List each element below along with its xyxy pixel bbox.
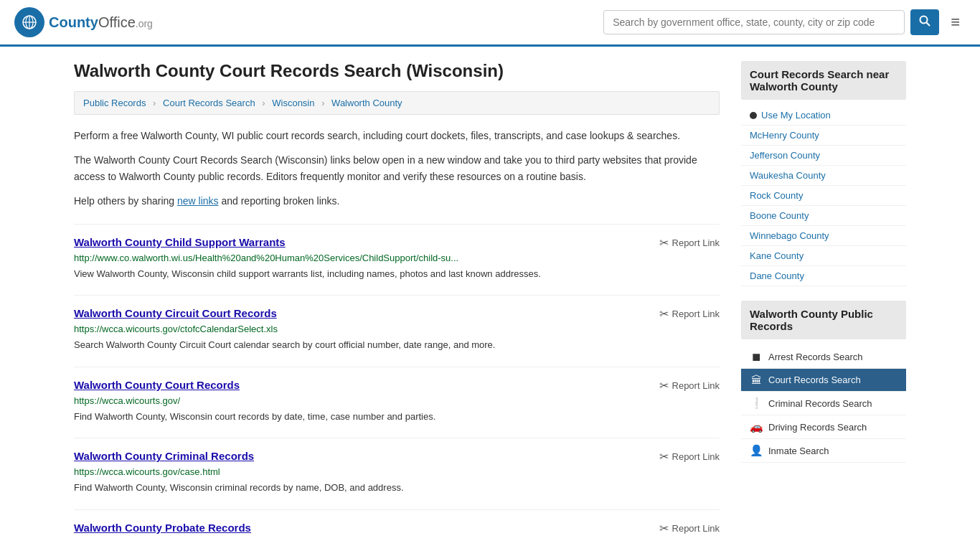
report-icon-1: ✂ [659,307,669,321]
breadcrumb-sep-1: › [153,98,156,108]
search-button[interactable] [910,9,939,35]
result-title-0[interactable]: Walworth County Child Support Warrants [74,236,286,248]
search-container: ≡ [603,9,966,35]
breadcrumb-walworth-county[interactable]: Walworth County [331,98,402,108]
sidebar-record-item-2[interactable]: ❕ Criminal Records Search [741,392,906,415]
result-url-1: https://wcca.wicourts.gov/ctofcCalendarS… [74,324,720,334]
description-3: Help others by sharing new links and rep… [74,193,720,209]
report-icon-2: ✂ [659,379,669,392]
menu-button[interactable]: ≡ [945,10,966,34]
result-item: Walworth County Court Records ✂ Report L… [74,367,720,424]
result-header: Walworth County Court Records ✂ Report L… [74,379,720,392]
sidebar-record-item-3[interactable]: 🚗 Driving Records Search [741,415,906,439]
public-records-section: Walworth County Public Records ◼ Arrest … [741,301,906,463]
description-2: The Walworth County Court Records Search… [74,152,720,184]
search-input[interactable] [603,10,905,34]
breadcrumb-sep-3: › [321,98,324,108]
site-header: CountyOffice.org ≡ [0,0,980,47]
report-link-button-0[interactable]: ✂ Report Link [659,236,720,250]
use-my-location[interactable]: Use My Location [741,105,906,126]
svg-point-5 [920,17,928,24]
content-area: Walworth County Court Records Search (Wi… [74,61,720,538]
sidebar-record-item-4[interactable]: 👤 Inmate Search [741,439,906,463]
logo-text: CountyOffice.org [49,14,153,31]
sidebar-nearby-county-6[interactable]: Kane County [741,246,906,266]
sidebar-nearby-county-3[interactable]: Rock County [741,186,906,206]
result-desc-2: Find Walworth County, Wisconsin court re… [74,410,720,424]
sidebar-nearby-county-1[interactable]: Jefferson County [741,146,906,166]
breadcrumb-sep-2: › [262,98,265,108]
public-records-section-title: Walworth County Public Records [741,301,906,339]
result-header: Walworth County Probate Records ✂ Report… [74,522,720,535]
svg-line-6 [927,23,930,27]
rec-icon-2: ❕ [750,397,763,410]
logo-area: CountyOffice.org [14,7,153,37]
report-link-label-2: Report Link [672,380,720,391]
breadcrumb-wisconsin[interactable]: Wisconsin [272,98,314,108]
result-url-0: http://www.co.walworth.wi.us/Health%20an… [74,253,720,263]
rec-label-2: Criminal Records Search [768,398,872,409]
report-link-label-1: Report Link [672,309,720,319]
rec-icon-1: 🏛 [750,374,763,386]
breadcrumb: Public Records › Court Records Search › … [74,91,720,115]
result-header: Walworth County Child Support Warrants ✂… [74,236,720,250]
nearby-counties-list: McHenry CountyJefferson CountyWaukesha C… [741,126,906,286]
desc3-post: and reporting broken links. [219,195,340,207]
sidebar-record-item-0[interactable]: ◼ Arrest Records Search [741,345,906,369]
desc3-pre: Help others by sharing [74,195,177,207]
result-item: Walworth County Child Support Warrants ✂… [74,224,720,281]
rec-label-3: Driving Records Search [768,422,867,433]
sidebar-nearby-county-7[interactable]: Dane County [741,266,906,286]
result-url-2: https://wcca.wicourts.gov/ [74,395,720,406]
result-desc-1: Search Walworth County Circuit Court cal… [74,338,720,352]
main-container: Walworth County Court Records Search (Wi… [60,47,920,551]
logo-icon [14,7,44,37]
breadcrumb-court-records-search[interactable]: Court Records Search [163,98,255,108]
rec-label-0: Arrest Records Search [768,352,863,362]
result-title-1[interactable]: Walworth County Circuit Court Records [74,307,277,319]
result-header: Walworth County Criminal Records ✂ Repor… [74,450,720,463]
rec-icon-0: ◼ [750,350,763,363]
nearby-section-title: Court Records Search near Walworth Count… [741,61,906,100]
results-container: Walworth County Child Support Warrants ✂… [74,224,720,535]
report-link-label-3: Report Link [672,451,720,462]
report-icon-4: ✂ [659,522,669,535]
sidebar-nearby-county-2[interactable]: Waukesha County [741,166,906,186]
result-desc-3: Find Walworth County, Wisconsin criminal… [74,481,720,495]
result-item: Walworth County Circuit Court Records ✂ … [74,295,720,352]
sidebar-record-item-1[interactable]: 🏛 Court Records Search [741,369,906,392]
rec-icon-4: 👤 [750,444,763,457]
result-title-2[interactable]: Walworth County Court Records [74,379,240,391]
result-item: Walworth County Criminal Records ✂ Repor… [74,438,720,495]
result-item: Walworth County Probate Records ✂ Report… [74,509,720,535]
result-url-3: https://wcca.wicourts.gov/case.html [74,466,720,477]
report-link-label-4: Report Link [672,523,720,534]
page-title: Walworth County Court Records Search (Wi… [74,61,720,81]
report-link-button-3[interactable]: ✂ Report Link [659,450,720,463]
sidebar-nearby-county-4[interactable]: Boone County [741,206,906,226]
location-dot-icon [750,112,757,119]
report-link-button-2[interactable]: ✂ Report Link [659,379,720,392]
result-desc-0: View Walworth County, Wisconsin child su… [74,267,720,281]
report-link-button-4[interactable]: ✂ Report Link [659,522,720,535]
sidebar-nearby-county-5[interactable]: Winnebago County [741,226,906,246]
report-icon-3: ✂ [659,450,669,463]
use-my-location-label: Use My Location [761,110,831,121]
result-title-3[interactable]: Walworth County Criminal Records [74,450,254,462]
rec-label-4: Inmate Search [768,446,829,456]
report-icon-0: ✂ [659,236,669,250]
description-1: Perform a free Walworth County, WI publi… [74,128,720,143]
sidebar: Court Records Search near Walworth Count… [741,61,906,538]
sidebar-nearby-county-0[interactable]: McHenry County [741,126,906,146]
public-records-list: ◼ Arrest Records Search 🏛 Court Records … [741,345,906,463]
result-title-4[interactable]: Walworth County Probate Records [74,522,251,534]
result-header: Walworth County Circuit Court Records ✂ … [74,307,720,321]
new-links-link[interactable]: new links [177,195,219,207]
report-link-label-0: Report Link [672,237,720,248]
report-link-button-1[interactable]: ✂ Report Link [659,307,720,321]
rec-label-1: Court Records Search [768,375,861,385]
breadcrumb-public-records[interactable]: Public Records [83,98,146,108]
rec-icon-3: 🚗 [750,420,763,433]
